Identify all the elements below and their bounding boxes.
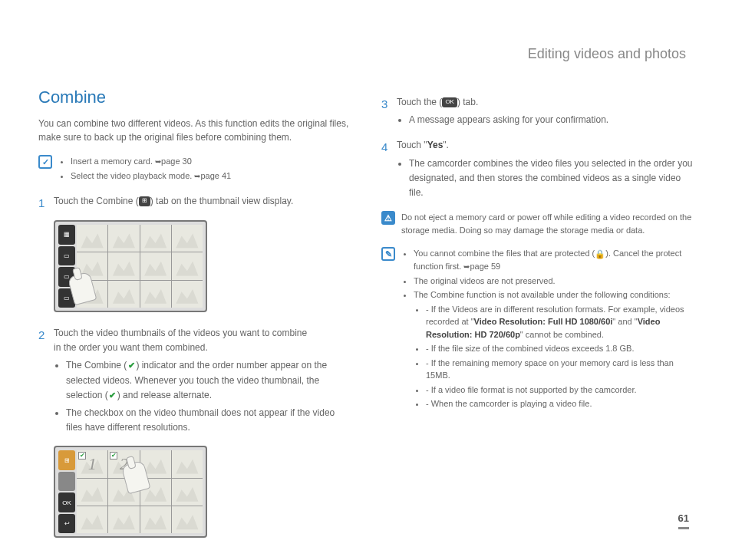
page-title: Combine [38,87,351,107]
prereq-note: ✓ Insert a memory card. ➥page 30 Select … [38,155,351,183]
checkmark-icon: ✔ [108,391,117,400]
step-body: Touch the (OK) tab. A message appears as… [397,95,694,130]
note-item: The Combine function is not available un… [414,288,694,410]
prereq-item: Select the video playback mode. ➥page 41 [71,170,351,183]
step-number: 2 [38,326,54,344]
intro-text: You can combine two different videos. As… [38,117,351,144]
step-body: Touch the video thumbnails of the videos… [54,326,351,438]
check-icon: ✓ [38,155,52,169]
step-number: 3 [381,95,397,114]
thumbnail-screen-1: ▦ ▭ ▭ ▭ [54,220,207,312]
step-body: Touch "Yes". The camcorder combines the … [397,138,694,203]
step-body: Touch the Combine (⊞) tab on the thumbna… [54,194,351,209]
info-note: ✎ You cannot combine the files that are … [381,247,694,412]
step-number: 1 [38,194,54,212]
note-sub-item: When the camcorder is playing a video fi… [426,397,694,410]
warning-note: ⚠ Do not eject a memory card or power of… [381,211,694,236]
checkmark-icon: ✔ [127,361,136,371]
back-button-icon: ↩ [58,514,75,534]
step-bullet: A message appears asking for your confir… [409,113,694,127]
combine-tab-icon: ⊞ [139,196,150,206]
warning-icon: ⚠ [381,211,395,225]
prereq-item: Insert a memory card. ➥page 30 [71,155,351,168]
step-bullet: The camcorder combines the video files y… [409,156,694,201]
side-button [58,472,75,492]
thumbnail-screen-2: ⊞ OK ↩ ✔1 ✔2 [54,446,207,538]
step-1: 1 Touch the Combine (⊞) tab on the thumb… [38,194,351,212]
right-column: 3 Touch the (OK) tab. A message appears … [381,54,694,552]
note-sub-item: If the file size of the combined videos … [426,342,694,355]
step-3: 3 Touch the (OK) tab. A message appears … [381,95,694,130]
note-icon: ✎ [381,247,395,261]
side-button: ⊞ [58,450,75,470]
page-number: 61 [678,512,689,529]
step-bullet: The checkbox on the video thumbnail does… [66,406,351,435]
step-2: 2 Touch the video thumbnails of the vide… [38,326,351,438]
side-button: ▦ [58,225,75,245]
side-button: ▭ [58,246,75,266]
lock-icon: 🔒 [595,248,605,261]
left-column: Combine You can combine two different vi… [38,54,351,552]
step-number: 4 [381,138,397,156]
note-item: You cannot combine the files that are pr… [414,247,694,273]
warning-text: Do not eject a memory card or power off … [401,211,694,236]
step-bullet: The Combine (✔) indicator and the order … [66,358,351,403]
note-sub-item: If a video file format is not supported … [426,384,694,397]
note-sub-item: If the Videos are in different resolutio… [426,303,694,341]
note-item: The original videos are not preserved. [414,275,694,288]
content-columns: Combine You can combine two different vi… [38,54,694,552]
note-sub-item: If the remaining memory space on your me… [426,357,694,382]
step-4: 4 Touch "Yes". The camcorder combines th… [381,138,694,203]
page-header: Editing videos and photos [528,46,686,62]
ok-tab-icon: OK [442,97,457,107]
ok-button-icon: OK [58,492,75,512]
